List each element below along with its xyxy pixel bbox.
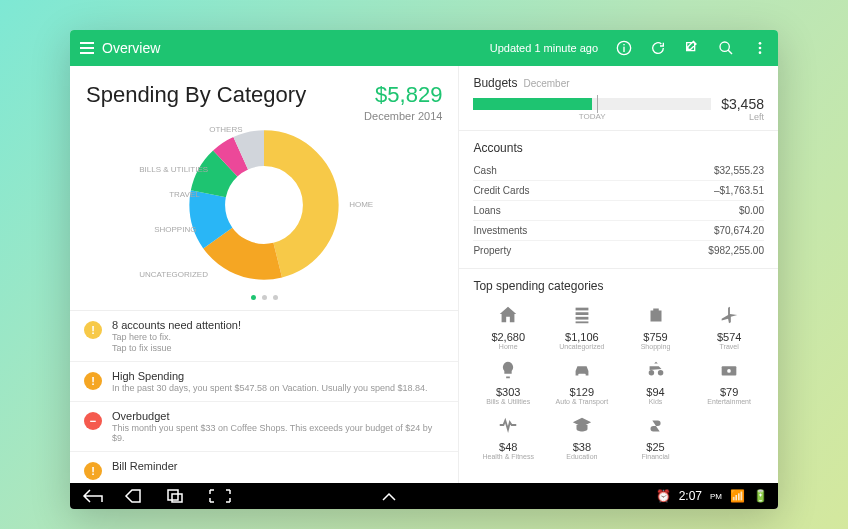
back-icon[interactable]	[80, 488, 108, 504]
fin-icon	[642, 411, 670, 439]
spending-title: Spending By Category	[86, 82, 306, 108]
bulb-icon	[494, 356, 522, 384]
account-row[interactable]: Investments $70,674.20	[473, 221, 764, 241]
category-amount: $94	[646, 386, 664, 398]
android-navbar: ⏰ 2:07 PM 📶 🔋	[70, 483, 778, 509]
alert-icon: !	[84, 462, 102, 480]
category-amount: $1,106	[565, 331, 599, 343]
kids-icon	[642, 356, 670, 384]
category-amount: $38	[573, 441, 591, 453]
category-tile[interactable]: $574 Travel	[694, 301, 764, 350]
wifi-icon: 📶	[730, 489, 745, 503]
overflow-icon[interactable]	[752, 40, 768, 56]
category-tile[interactable]: $1,106 Uncategorized	[547, 301, 617, 350]
pie-label: HOME	[349, 200, 373, 209]
scan-icon[interactable]	[206, 488, 234, 504]
spending-date: December 2014	[364, 110, 442, 122]
car-icon	[568, 356, 596, 384]
budgets-section[interactable]: Budgets December TODAY $3,458 Left	[459, 66, 778, 131]
account-row[interactable]: Cash $32,555.23	[473, 161, 764, 181]
edu-icon	[568, 411, 596, 439]
account-row[interactable]: Credit Cards –$1,763.51	[473, 181, 764, 201]
alert-item[interactable]: ! High Spending In the past 30 days, you…	[70, 362, 458, 402]
app-bar: Overview Updated 1 minute ago	[70, 30, 778, 66]
category-tile[interactable]: $2,680 Home	[473, 301, 543, 350]
accounts-section[interactable]: Accounts Cash $32,555.23 Credit Cards –$…	[459, 131, 778, 269]
account-value: $0.00	[739, 205, 764, 216]
alert-subtitle: In the past 30 days, you spent $547.58 o…	[112, 383, 444, 393]
alert-item[interactable]: ! 8 accounts need attention! Tap here to…	[70, 311, 458, 362]
account-row[interactable]: Loans $0.00	[473, 201, 764, 221]
edit-icon[interactable]	[684, 40, 700, 56]
category-name: Financial	[642, 453, 670, 460]
svg-point-18	[577, 372, 579, 374]
alert-item[interactable]: − Overbudget This month you spent $33 on…	[70, 402, 458, 452]
category-name: Entertainment	[707, 398, 751, 405]
alert-icon: !	[84, 372, 102, 390]
category-tile[interactable]: $303 Bills & Utilities	[473, 356, 543, 405]
account-name: Credit Cards	[473, 185, 529, 196]
menu-icon[interactable]	[80, 42, 94, 54]
account-value: –$1,763.51	[714, 185, 764, 196]
alert-subtitle: Tap here to fix.	[112, 332, 444, 342]
account-name: Loans	[473, 205, 500, 216]
budgets-sub: December	[523, 78, 569, 89]
svg-rect-16	[575, 317, 588, 320]
donut-chart[interactable]: HOMEUNCATEGORIZEDSHOPPINGTRAVELBILLS & U…	[70, 130, 458, 280]
recent-icon[interactable]	[164, 488, 192, 504]
category-amount: $303	[496, 386, 520, 398]
category-name: Bills & Utilities	[486, 398, 530, 405]
alert-title: 8 accounts need attention!	[112, 319, 444, 331]
top-categories-section[interactable]: Top spending categories $2,680 Home $1,1…	[459, 269, 778, 470]
category-tile[interactable]: $25 Financial	[621, 411, 691, 460]
svg-rect-1	[623, 44, 624, 45]
right-panel: Budgets December TODAY $3,458 Left	[459, 66, 778, 483]
category-tile[interactable]: $759 Shopping	[621, 301, 691, 350]
account-value: $982,255.00	[708, 245, 764, 256]
category-tile[interactable]: $129 Auto & Transport	[547, 356, 617, 405]
budgets-head: Budgets	[473, 76, 517, 90]
category-tile[interactable]: $48 Health & Fitness	[473, 411, 543, 460]
search-icon[interactable]	[718, 40, 734, 56]
category-tile[interactable]: $79 Entertainment	[694, 356, 764, 405]
svg-point-21	[727, 369, 731, 373]
ent-icon	[715, 356, 743, 384]
chevron-up-icon[interactable]	[375, 488, 403, 504]
category-name: Auto & Transport	[556, 398, 609, 405]
home-icon	[494, 301, 522, 329]
account-row[interactable]: Property $982,255.00	[473, 241, 764, 260]
alert-title: Bill Reminder	[112, 460, 444, 472]
page-indicator[interactable]	[70, 280, 458, 310]
alert-icon: !	[84, 321, 102, 339]
uncat-icon	[568, 301, 596, 329]
svg-rect-2	[623, 47, 624, 52]
category-amount: $79	[720, 386, 738, 398]
pie-label: UNCATEGORIZED	[139, 270, 208, 279]
home-icon[interactable]	[122, 488, 150, 504]
budget-amount: $3,458	[721, 96, 764, 112]
category-tile[interactable]: $94 Kids	[621, 356, 691, 405]
category-name: Home	[499, 343, 518, 350]
pie-label: TRAVEL	[169, 190, 200, 199]
info-icon[interactable]	[616, 40, 632, 56]
account-name: Property	[473, 245, 511, 256]
refresh-icon[interactable]	[650, 40, 666, 56]
svg-point-3	[720, 42, 729, 51]
category-amount: $25	[646, 441, 664, 453]
category-name: Kids	[649, 398, 663, 405]
category-name: Travel	[720, 343, 739, 350]
today-label: TODAY	[473, 112, 711, 121]
pie-label: OTHERS	[209, 125, 242, 134]
svg-rect-14	[575, 308, 588, 311]
alert-item[interactable]: ! Bill Reminder	[70, 452, 458, 483]
shopping-icon	[642, 301, 670, 329]
category-tile[interactable]: $38 Education	[547, 411, 617, 460]
svg-rect-15	[575, 312, 588, 315]
category-amount: $759	[643, 331, 667, 343]
account-name: Investments	[473, 225, 527, 236]
svg-point-19	[585, 372, 587, 374]
alert-subtitle: This month you spent $33 on Coffee Shops…	[112, 423, 444, 443]
budget-left: Left	[721, 112, 764, 122]
left-panel: Spending By Category $5,829 December 201…	[70, 66, 459, 483]
category-name: Education	[566, 453, 597, 460]
